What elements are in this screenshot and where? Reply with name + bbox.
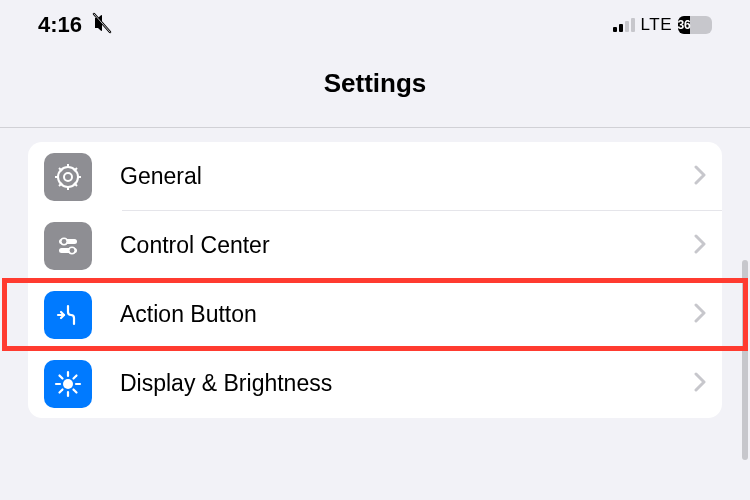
chevron-right-icon	[694, 372, 706, 396]
settings-item-control-center[interactable]: Control Center	[28, 211, 722, 280]
status-left: 4:16	[38, 11, 114, 39]
battery-icon: 36	[678, 16, 712, 34]
page-title: Settings	[0, 68, 750, 99]
svg-line-22	[60, 389, 63, 392]
action-button-icon	[44, 291, 92, 339]
svg-point-9	[64, 173, 72, 181]
svg-line-20	[74, 389, 77, 392]
settings-item-label: Control Center	[120, 232, 694, 259]
status-right: LTE 36	[613, 15, 712, 35]
svg-point-14	[63, 379, 73, 389]
settings-item-general[interactable]: General	[28, 142, 722, 211]
settings-item-label: General	[120, 163, 694, 190]
status-bar: 4:16 LTE 36	[0, 0, 750, 50]
brightness-icon	[44, 360, 92, 408]
battery-level: 36	[677, 18, 690, 32]
chevron-right-icon	[694, 234, 706, 258]
settings-list: General Control Center Actio	[28, 142, 722, 418]
chevron-right-icon	[694, 165, 706, 189]
status-time: 4:16	[38, 12, 82, 38]
svg-line-19	[60, 375, 63, 378]
scrollbar[interactable]	[742, 260, 748, 460]
settings-item-display-brightness[interactable]: Display & Brightness	[28, 349, 722, 418]
svg-point-13	[69, 247, 75, 253]
page-header: Settings	[0, 50, 750, 128]
settings-item-action-button[interactable]: Action Button	[28, 280, 722, 349]
settings-item-label: Display & Brightness	[120, 370, 694, 397]
silent-mode-icon	[90, 11, 114, 39]
gear-icon	[44, 153, 92, 201]
network-label: LTE	[641, 15, 672, 35]
svg-point-11	[61, 238, 67, 244]
svg-line-21	[74, 375, 77, 378]
sliders-icon	[44, 222, 92, 270]
chevron-right-icon	[694, 303, 706, 327]
cellular-signal-icon	[613, 18, 635, 32]
settings-item-label: Action Button	[120, 301, 694, 328]
